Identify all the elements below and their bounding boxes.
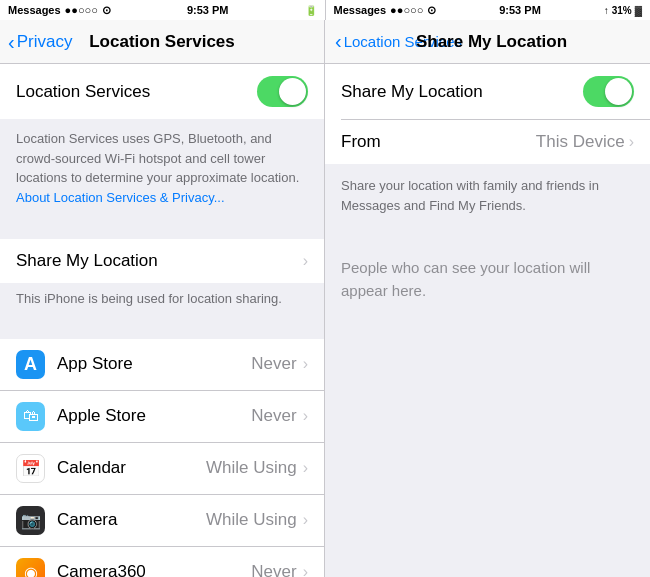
location-services-toggle[interactable] (257, 76, 308, 107)
app-store-chevron-icon: › (303, 355, 308, 373)
left-status-right: 🔋 (305, 5, 317, 16)
left-battery-icon: 🔋 (305, 5, 317, 16)
share-my-location-toggle-row: Share My Location (325, 64, 650, 119)
share-location-section: Share My Location › (0, 239, 324, 283)
apple-store-value: Never (251, 406, 296, 426)
from-value: This Device (536, 132, 625, 152)
camera360-label: Camera360 (57, 562, 251, 577)
calendar-label: Calendar (57, 458, 206, 478)
apps-section: A App Store Never › 🛍 Apple Store Never … (0, 339, 324, 578)
right-nav-title: Share My Location (416, 32, 567, 52)
calendar-icon: 📅 (16, 454, 45, 483)
share-toggle-knob (605, 78, 632, 105)
status-bars: Messages ●●○○○ ⊙ 9:53 PM 🔋 Messages ●●○○… (0, 0, 650, 20)
left-nav-title: Location Services (89, 32, 235, 52)
camera-label: Camera (57, 510, 206, 530)
left-nav-bar: ‹ Privacy Location Services (0, 20, 324, 64)
list-item[interactable]: A App Store Never › (0, 339, 324, 391)
share-my-location-toggle-section: Share My Location From This Device › (325, 64, 650, 164)
share-my-location-toggle[interactable] (583, 76, 634, 107)
share-description-text: Share your location with family and frie… (341, 178, 599, 213)
main-panels: ‹ Privacy Location Services Location Ser… (0, 20, 650, 577)
camera360-icon: ◉ (16, 558, 45, 578)
left-status-bar: Messages ●●○○○ ⊙ 9:53 PM 🔋 (0, 0, 325, 20)
right-nav-bar: ‹ Location Services Share My Location (325, 20, 650, 64)
right-signal: ●●○○○ (390, 4, 423, 16)
share-location-row[interactable]: Share My Location › (0, 239, 324, 283)
camera-value: While Using (206, 510, 297, 530)
location-description: Location Services uses GPS, Bluetooth, a… (0, 119, 324, 221)
left-app-name: Messages (8, 4, 61, 16)
app-store-label: App Store (57, 354, 251, 374)
camera360-value: Never (251, 562, 296, 577)
right-app-name: Messages (334, 4, 387, 16)
list-item[interactable]: 🛍 Apple Store Never › (0, 391, 324, 443)
apple-store-icon: 🛍 (16, 402, 45, 431)
about-link[interactable]: About Location Services & Privacy... (16, 190, 225, 205)
left-scroll-content[interactable]: Location Services Location Services uses… (0, 64, 324, 577)
apple-store-chevron-icon: › (303, 407, 308, 425)
share-location-footer: This iPhone is being used for location s… (0, 283, 324, 321)
calendar-chevron-icon: › (303, 459, 308, 477)
location-description-text: Location Services uses GPS, Bluetooth, a… (16, 131, 299, 185)
left-status-left: Messages ●●○○○ ⊙ (8, 4, 111, 17)
people-section: People who can see your location will ap… (325, 245, 650, 322)
right-status-left: Messages ●●○○○ ⊙ (334, 4, 437, 17)
share-description: Share your location with family and frie… (325, 164, 650, 227)
right-time: 9:53 PM (499, 4, 541, 16)
apple-store-label: Apple Store (57, 406, 251, 426)
location-services-section: Location Services (0, 64, 324, 119)
right-wifi-icon: ⊙ (427, 4, 436, 17)
left-signal: ●●○○○ (65, 4, 98, 16)
people-placeholder-text: People who can see your location will ap… (325, 245, 650, 322)
right-status-bar: Messages ●●○○○ ⊙ 9:53 PM ↑ 31% ▓ (325, 0, 651, 20)
camera-chevron-icon: › (303, 511, 308, 529)
left-time: 9:53 PM (187, 4, 229, 16)
from-label: From (341, 132, 381, 152)
list-item[interactable]: 📅 Calendar While Using › (0, 443, 324, 495)
right-battery-percent: 31% (612, 5, 632, 16)
share-location-label: Share My Location (16, 251, 303, 271)
calendar-value: While Using (206, 458, 297, 478)
right-battery-icon: ▓ (635, 5, 642, 16)
app-store-value: Never (251, 354, 296, 374)
left-back-chevron-icon: ‹ (8, 32, 15, 52)
share-location-sub-text: This iPhone is being used for location s… (16, 291, 282, 306)
left-back-button[interactable]: ‹ Privacy (8, 32, 72, 52)
toggle-knob (279, 78, 306, 105)
right-back-chevron-icon: ‹ (335, 30, 342, 53)
share-my-location-label: Share My Location (341, 82, 483, 102)
list-item[interactable]: 📷 Camera While Using › (0, 495, 324, 547)
from-value-group: This Device › (536, 132, 634, 152)
app-store-icon: A (16, 350, 45, 379)
location-services-label: Location Services (16, 82, 150, 102)
from-row[interactable]: From This Device › (325, 120, 650, 164)
right-panel: ‹ Location Services Share My Location Sh… (325, 20, 650, 577)
from-chevron-icon: › (629, 133, 634, 151)
camera-icon: 📷 (16, 506, 45, 535)
right-arrow-icon: ↑ (604, 5, 609, 16)
left-wifi-icon: ⊙ (102, 4, 111, 17)
right-scroll-content[interactable]: Share My Location From This Device › (325, 64, 650, 577)
right-status-right: ↑ 31% ▓ (604, 5, 642, 16)
location-services-toggle-row: Location Services (0, 64, 324, 119)
list-item[interactable]: ◉ Camera360 Never › (0, 547, 324, 578)
left-panel: ‹ Privacy Location Services Location Ser… (0, 20, 325, 577)
left-back-label: Privacy (17, 32, 73, 52)
share-location-chevron-icon: › (303, 252, 308, 270)
camera360-chevron-icon: › (303, 563, 308, 577)
